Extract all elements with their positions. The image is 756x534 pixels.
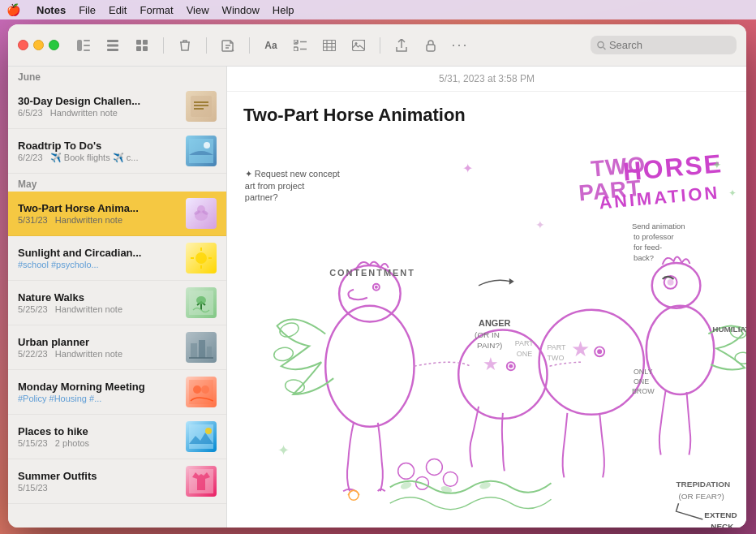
apple-menu[interactable]: 🍎 xyxy=(6,3,20,16)
svg-rect-46 xyxy=(189,380,213,404)
note-meta-3: 5/31/23 Handwritten note xyxy=(18,215,179,225)
delete-button[interactable] xyxy=(174,34,196,57)
note-title-8: Places to hike xyxy=(18,425,179,437)
sidebar-toggle-button[interactable] xyxy=(72,34,95,57)
content-area: June 30-Day Design Challen... 6/5/23 Han… xyxy=(8,67,746,528)
section-header-may: May xyxy=(8,174,226,192)
note-text-2: Roadtrip To Do's 6/2/23 ✈️ Book flights … xyxy=(18,140,179,163)
note-title-7: Monday Morning Meeting xyxy=(18,381,179,393)
svg-rect-7 xyxy=(136,40,141,45)
maximize-button[interactable] xyxy=(49,40,59,50)
note-thumb-4 xyxy=(186,243,217,273)
note-thumb-8 xyxy=(186,421,217,452)
svg-line-24 xyxy=(604,47,606,50)
svg-text:HUMILIATION: HUMILIATION xyxy=(712,325,746,334)
svg-point-41 xyxy=(196,296,206,304)
svg-text:for feed-: for feed- xyxy=(634,243,662,252)
horse-sketch-svg: TWO PART HORSE ANIMATION ✦ ✦ ✦ xyxy=(227,132,746,528)
svg-text:ONE: ONE xyxy=(634,377,649,385)
svg-text:✦: ✦ xyxy=(535,218,545,231)
note-thumb-3 xyxy=(186,198,217,229)
sketch-area: TWO PART HORSE ANIMATION ✦ ✦ ✦ xyxy=(227,132,746,528)
checklist-button[interactable] xyxy=(289,34,311,57)
svg-rect-44 xyxy=(207,347,212,358)
svg-rect-2 xyxy=(84,45,90,46)
sep4 xyxy=(380,37,380,54)
svg-text:✦: ✦ xyxy=(462,161,473,175)
note-item-2[interactable]: Roadtrip To Do's 6/2/23 ✈️ Book flights … xyxy=(8,129,226,174)
note-meta-6: 5/22/23 Handwritten note xyxy=(18,349,179,359)
more-button[interactable]: ··· xyxy=(449,34,471,57)
note-title-9: Summer Outfits xyxy=(18,470,179,482)
svg-rect-0 xyxy=(77,40,82,51)
note-item-8[interactable]: Places to hike 5/15/23 2 photos xyxy=(8,415,226,459)
svg-rect-43 xyxy=(199,340,205,358)
menu-file[interactable]: File xyxy=(79,4,96,16)
note-meta-8: 5/15/23 2 photos xyxy=(18,438,179,448)
svg-text:★: ★ xyxy=(483,354,499,374)
minimize-button[interactable] xyxy=(33,40,44,50)
note-title-4: Sunlight and Circadian... xyxy=(18,247,179,259)
svg-text:ONE: ONE xyxy=(517,350,532,358)
svg-rect-25 xyxy=(191,96,212,117)
note-meta-5: 5/25/23 Handwritten note xyxy=(18,304,179,314)
table-button[interactable] xyxy=(318,34,341,57)
menubar: 🍎 Notes File Edit Format View Window Hel… xyxy=(0,0,756,19)
note-item-6[interactable]: Urban planner 5/22/23 Handwritten note xyxy=(8,325,226,370)
note-item-7[interactable]: Monday Morning Meeting #Policy #Housing … xyxy=(8,370,226,415)
note-item-3[interactable]: Two-Part Horse Anima... 5/31/23 Handwrit… xyxy=(8,192,226,236)
svg-text:PAIN?): PAIN?) xyxy=(477,341,502,350)
menu-view[interactable]: View xyxy=(187,4,209,16)
media-button[interactable] xyxy=(347,34,370,57)
gallery-view-button[interactable] xyxy=(131,34,153,57)
note-thumb-9 xyxy=(186,466,217,497)
note-text-7: Monday Morning Meeting #Policy #Housing … xyxy=(18,381,179,403)
svg-text:partner?: partner? xyxy=(245,192,278,202)
menu-help[interactable]: Help xyxy=(273,4,294,16)
note-meta-9: 5/15/23 xyxy=(18,483,179,493)
svg-text:to professor: to professor xyxy=(634,232,674,241)
svg-rect-12 xyxy=(294,47,298,51)
svg-text:ANGER: ANGER xyxy=(479,318,511,328)
new-note-button[interactable] xyxy=(217,34,239,57)
menu-edit[interactable]: Edit xyxy=(109,4,127,16)
note-meta-7: #Policy #Housing #... xyxy=(18,394,179,403)
sep3 xyxy=(249,37,250,54)
svg-rect-5 xyxy=(107,44,118,46)
menu-window[interactable]: Window xyxy=(222,4,260,16)
note-text-4: Sunlight and Circadian... #school #psych… xyxy=(18,247,179,269)
svg-point-87 xyxy=(668,279,674,286)
svg-rect-15 xyxy=(324,40,336,50)
svg-rect-1 xyxy=(84,40,90,41)
svg-point-48 xyxy=(201,385,209,394)
close-button[interactable] xyxy=(18,40,28,50)
svg-text:★: ★ xyxy=(571,338,590,360)
note-item-9[interactable]: Summer Outfits 5/15/23 xyxy=(8,459,226,504)
svg-rect-9 xyxy=(136,46,141,51)
note-meta-2: 6/2/23 ✈️ Book flights ✈️ c... xyxy=(18,153,179,163)
share-button[interactable] xyxy=(390,34,413,57)
list-view-button[interactable] xyxy=(101,34,124,57)
search-input[interactable] xyxy=(609,39,730,51)
menu-format[interactable]: Format xyxy=(140,4,173,16)
svg-text:✦: ✦ xyxy=(712,158,722,171)
svg-text:✦ Request new concept: ✦ Request new concept xyxy=(245,169,340,179)
menu-notes[interactable]: Notes xyxy=(37,4,66,16)
note-item-5[interactable]: Nature Walks 5/25/23 Handwritten note xyxy=(8,281,226,325)
note-thumb-1 xyxy=(186,91,217,122)
svg-point-23 xyxy=(598,41,604,47)
note-meta-4: #school #psycholo... xyxy=(18,260,179,269)
svg-text:✦: ✦ xyxy=(728,188,737,200)
note-title-6: Urban planner xyxy=(18,336,179,348)
svg-rect-6 xyxy=(107,49,118,51)
svg-point-76 xyxy=(597,349,602,354)
svg-text:TREPIDATION: TREPIDATION xyxy=(677,480,731,489)
format-text-button[interactable]: Aa xyxy=(260,34,282,57)
lock-button[interactable] xyxy=(419,34,442,57)
svg-rect-4 xyxy=(107,40,118,42)
note-title-2: Roadtrip To Do's xyxy=(18,140,179,152)
editor: 5/31, 2023 at 3:58 PM Two-Part Horse Ani… xyxy=(227,67,746,528)
note-item-4[interactable]: Sunlight and Circadian... #school #psych… xyxy=(8,236,226,281)
editor-content[interactable]: TWO PART HORSE ANIMATION ✦ ✦ ✦ xyxy=(227,132,746,528)
note-item-1[interactable]: 30-Day Design Challen... 6/5/23 Handwrit… xyxy=(8,84,226,129)
